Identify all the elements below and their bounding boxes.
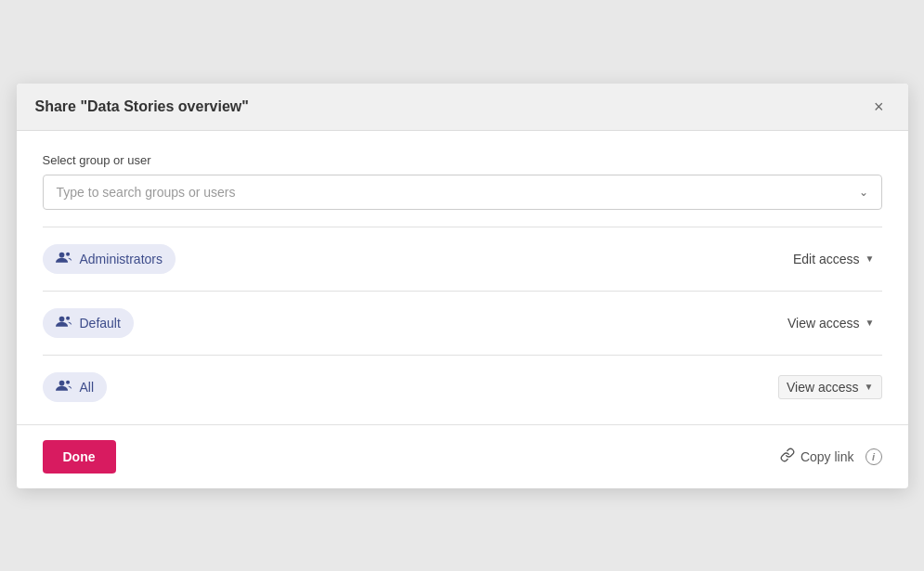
all-label: All [80, 380, 95, 395]
group-icon [56, 315, 72, 331]
close-button[interactable]: × [868, 97, 890, 117]
dialog-header: Share "Data Stories overview" × [17, 84, 908, 131]
footer-right: Copy link i [780, 448, 882, 466]
all-badge: All [43, 372, 108, 402]
chevron-down-icon: ⌄ [859, 186, 868, 199]
administrators-access-label: Edit access [793, 252, 860, 266]
dialog-body: Select group or user Type to search grou… [17, 131, 908, 419]
svg-point-0 [59, 252, 64, 257]
svg-point-3 [66, 316, 70, 319]
svg-point-4 [59, 380, 64, 385]
svg-point-5 [66, 380, 70, 383]
administrators-badge: Administrators [43, 244, 176, 274]
administrators-row: Administrators Edit access ▼ [43, 227, 882, 291]
caret-down-icon: ▼ [865, 253, 875, 264]
group-user-search[interactable]: Type to search groups or users ⌄ [43, 175, 882, 210]
all-access-label: View access [787, 380, 859, 395]
default-access-label: View access [787, 316, 860, 331]
dialog-title: Share "Data Stories overview" [35, 98, 249, 115]
caret-down-icon: ▼ [865, 318, 875, 328]
search-placeholder: Type to search groups or users [57, 185, 236, 200]
all-row: All View access ▼ [43, 355, 882, 419]
link-icon [780, 448, 795, 466]
default-label: Default [80, 316, 121, 331]
share-dialog: Share "Data Stories overview" × Select g… [17, 84, 908, 488]
svg-point-1 [66, 252, 70, 255]
dialog-footer: Done Copy link i [17, 424, 908, 488]
default-row: Default View access ▼ [43, 291, 882, 355]
group-icon [56, 251, 72, 267]
all-access-button[interactable]: View access ▼ [778, 375, 881, 399]
copy-link-label: Copy link [800, 449, 854, 464]
administrators-access-button[interactable]: Edit access ▼ [786, 248, 882, 270]
done-button[interactable]: Done [43, 440, 116, 474]
administrators-label: Administrators [80, 252, 163, 266]
caret-down-icon: ▼ [865, 382, 874, 392]
copy-link-button[interactable]: Copy link [780, 448, 854, 466]
default-access-button[interactable]: View access ▼ [780, 312, 881, 334]
info-icon[interactable]: i [865, 448, 882, 465]
default-badge: Default [43, 308, 134, 338]
svg-point-2 [59, 316, 64, 321]
group-icon [56, 379, 72, 396]
select-label: Select group or user [43, 153, 882, 167]
